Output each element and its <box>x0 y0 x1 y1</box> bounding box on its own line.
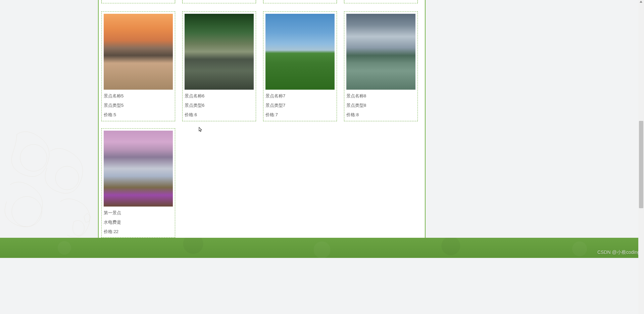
price-value: 22 <box>114 229 118 234</box>
attraction-image[interactable] <box>104 131 173 207</box>
price-label: 价格: <box>185 112 195 117</box>
attraction-image[interactable] <box>346 14 415 90</box>
card-info: 景点名称8景点类型8价格:8 <box>346 90 415 118</box>
scrollbar-track[interactable] <box>638 0 644 314</box>
attraction-price: 价格:6 <box>185 112 254 118</box>
svg-point-2 <box>12 196 42 227</box>
svg-point-0 <box>20 144 47 171</box>
attraction-type: 景点类型7 <box>265 102 335 108</box>
card-info: 景点名称7景点类型7价格:7 <box>265 90 335 118</box>
svg-point-1 <box>55 166 79 190</box>
price-label: 价格: <box>104 112 114 117</box>
partial-card <box>344 0 418 3</box>
partial-card <box>263 0 337 3</box>
scrollbar-thumb[interactable] <box>639 121 643 208</box>
attraction-type: 景点类型5 <box>104 102 173 108</box>
card-info: 景点名称6景点类型6价格:6 <box>185 90 254 118</box>
price-label: 价格: <box>346 112 356 117</box>
page-footer <box>0 238 644 258</box>
price-label: 价格: <box>265 112 276 117</box>
attraction-price: 价格:8 <box>346 112 415 118</box>
attraction-name: 第一景点 <box>104 210 173 216</box>
attractions-list-container: 景点名称5景点类型5价格:5景点名称6景点类型6价格:6景点名称7景点类型7价格… <box>98 0 426 242</box>
csdn-watermark: CSDN @小蔡coding <box>597 250 640 256</box>
attraction-type: 景点类型6 <box>185 102 254 108</box>
price-value: 5 <box>114 112 116 117</box>
attraction-type: 水电费是 <box>104 219 173 225</box>
partial-cards-row <box>99 0 425 6</box>
scroll-up-arrow-icon[interactable] <box>640 1 642 3</box>
background-floral-decoration <box>0 118 97 252</box>
cards-grid: 景点名称5景点类型5价格:5景点名称6景点类型6价格:6景点名称7景点类型7价格… <box>99 6 425 238</box>
card-info: 景点名称5景点类型5价格:5 <box>104 90 173 118</box>
price-value: 6 <box>195 112 197 117</box>
attraction-image[interactable] <box>185 14 254 90</box>
attraction-name: 景点名称8 <box>346 93 415 99</box>
attraction-price: 价格:7 <box>265 112 335 118</box>
partial-card <box>101 0 175 3</box>
attraction-price: 价格:5 <box>104 112 173 118</box>
attraction-card[interactable]: 第一景点水电费是价格:22 <box>101 128 175 238</box>
attraction-card[interactable]: 景点名称5景点类型5价格:5 <box>101 11 175 121</box>
footer-texture <box>0 238 644 258</box>
attraction-name: 景点名称6 <box>185 93 254 99</box>
attraction-image[interactable] <box>265 14 335 90</box>
price-label: 价格: <box>104 229 114 234</box>
attraction-name: 景点名称7 <box>265 93 335 99</box>
attraction-card[interactable]: 景点名称7景点类型7价格:7 <box>263 11 337 121</box>
card-info: 第一景点水电费是价格:22 <box>104 207 173 235</box>
attraction-card[interactable]: 景点名称6景点类型6价格:6 <box>182 11 256 121</box>
price-value: 8 <box>356 112 359 117</box>
price-value: 7 <box>276 112 278 117</box>
attraction-card[interactable]: 景点名称8景点类型8价格:8 <box>344 11 418 121</box>
attraction-name: 景点名称5 <box>104 93 173 99</box>
partial-card <box>182 0 256 3</box>
attraction-type: 景点类型8 <box>346 102 415 108</box>
attraction-price: 价格:22 <box>104 229 173 235</box>
attraction-image[interactable] <box>104 14 173 90</box>
